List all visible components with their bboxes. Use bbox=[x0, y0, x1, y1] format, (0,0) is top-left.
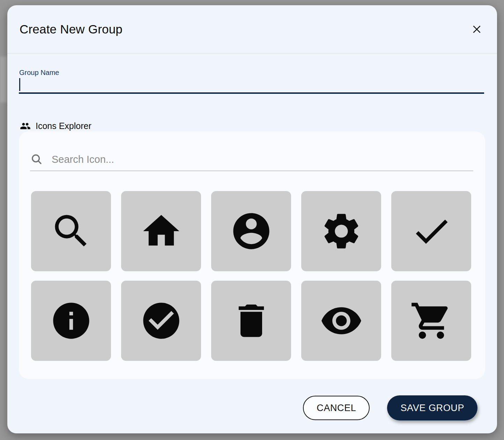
text-cursor bbox=[19, 78, 20, 91]
search-icon bbox=[30, 153, 43, 166]
group-name-input[interactable] bbox=[19, 77, 486, 92]
icon-tile-search[interactable] bbox=[31, 191, 111, 271]
dialog-title: Create New Group bbox=[20, 22, 123, 36]
icons-explorer-header: Icons Explorer bbox=[20, 120, 91, 131]
icons-explorer-title: Icons Explorer bbox=[36, 121, 91, 131]
close-button[interactable] bbox=[469, 22, 484, 37]
icon-tile-check-circle[interactable] bbox=[121, 281, 201, 361]
icon-tile-check[interactable] bbox=[391, 191, 471, 271]
icon-grid bbox=[31, 191, 471, 361]
icon-tile-person[interactable] bbox=[211, 191, 291, 271]
icon-tile-shopping-cart[interactable] bbox=[391, 281, 471, 361]
check-circle-icon bbox=[140, 299, 183, 342]
check-icon bbox=[410, 210, 453, 253]
icon-search-bar[interactable] bbox=[30, 148, 473, 171]
icon-tile-info[interactable] bbox=[31, 281, 111, 361]
header-divider bbox=[7, 53, 497, 54]
home-icon bbox=[140, 210, 183, 253]
person-icon bbox=[230, 210, 273, 253]
close-icon bbox=[471, 24, 482, 35]
shopping-cart-icon bbox=[410, 299, 453, 342]
backdrop-artifact bbox=[0, 56, 7, 103]
delete-icon bbox=[230, 299, 273, 342]
icon-tile-settings[interactable] bbox=[301, 191, 381, 271]
group-name-field[interactable] bbox=[19, 77, 484, 94]
icon-search-input[interactable] bbox=[51, 153, 473, 166]
settings-icon bbox=[320, 210, 363, 253]
icon-tile-home[interactable] bbox=[121, 191, 201, 271]
dialog-header: Create New Group bbox=[7, 5, 497, 53]
icon-explorer-card bbox=[19, 131, 485, 379]
eye-icon bbox=[320, 299, 363, 342]
group-icon bbox=[20, 121, 31, 131]
icon-tile-delete[interactable] bbox=[211, 281, 291, 361]
icon-tile-eye[interactable] bbox=[301, 281, 381, 361]
create-group-dialog: Create New Group Group Name Icons Explor… bbox=[7, 5, 497, 433]
info-icon bbox=[50, 299, 93, 342]
dialog-actions: CANCEL SAVE GROUP bbox=[303, 395, 477, 420]
group-name-label: Group Name bbox=[19, 69, 59, 77]
search-icon bbox=[50, 210, 93, 253]
cancel-button[interactable]: CANCEL bbox=[303, 396, 370, 420]
save-group-button[interactable]: SAVE GROUP bbox=[387, 395, 477, 420]
